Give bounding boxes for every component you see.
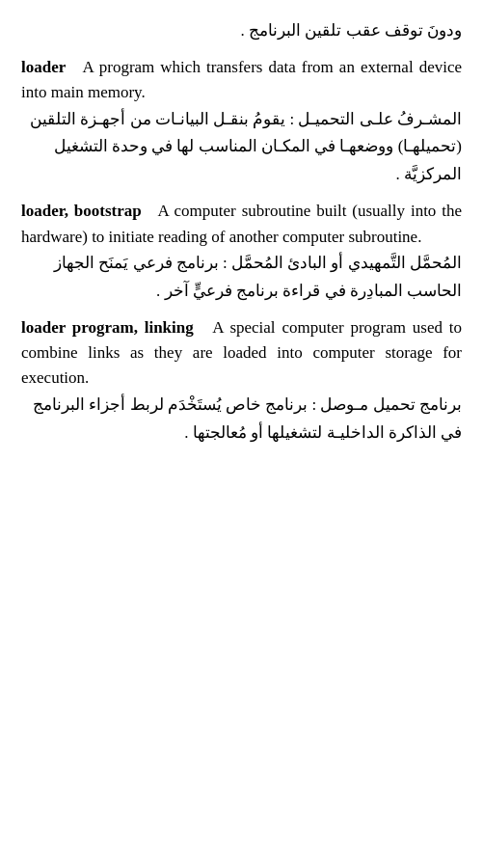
entry-loader-program-linking-arabic: برنامج تحميل مـوصل : برنامج خاص يُستَخْد…	[21, 392, 462, 448]
entry-loader-term: loader	[21, 58, 66, 76]
entry-loader-arabic: المشـرفُ علـى التحميـل : يقومُ بنقـل الب…	[21, 106, 462, 190]
entry-loader: loader A program which transfers data fr…	[21, 55, 462, 189]
entry-loader-program-linking: loader program, linking A special comput…	[21, 315, 462, 448]
entry-loader-bootstrap-term: loader, bootstrap	[21, 202, 142, 220]
page-content: ودونَ توقف عقب تلقين البرنامج . loader A…	[21, 17, 462, 448]
entry-loader-bootstrap: loader, bootstrap A computer subroutine …	[21, 199, 462, 305]
entry-loader-program-linking-term: loader program, linking	[21, 318, 194, 337]
entry-loader-bootstrap-text: loader, bootstrap A computer subroutine …	[21, 199, 462, 250]
intro-arabic: ودونَ توقف عقب تلقين البرنامج .	[21, 17, 462, 45]
entry-loader-definition: A program which transfers data from an e…	[21, 58, 462, 101]
entry-loader-program-linking-text: loader program, linking A special comput…	[21, 315, 462, 392]
entry-loader-text: loader A program which transfers data fr…	[21, 55, 462, 106]
entry-loader-bootstrap-arabic: المُحمَّل التَّمهيدي أو البادئ المُحمَّل…	[21, 250, 462, 306]
